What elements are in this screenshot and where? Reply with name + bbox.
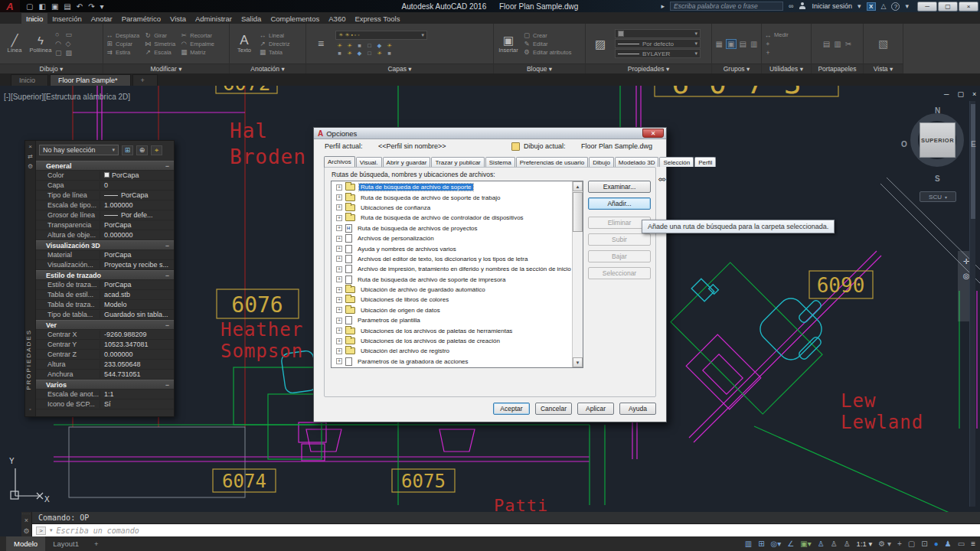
property-row[interactable]: Transparencia PorCapa −: [36, 220, 174, 230]
tree-item[interactable]: + Archivos de personalización: [332, 233, 572, 243]
ribbon-tab[interactable]: Inicio: [21, 13, 47, 24]
options-tab[interactable]: Abrir y guardar: [383, 157, 431, 167]
panel-label-dibujo[interactable]: Dibujo ▾: [0, 64, 103, 73]
help-search-input[interactable]: Escriba palabra clave o frase: [670, 2, 783, 11]
layer-state-icon[interactable]: ☀: [385, 42, 394, 49]
expand-icon[interactable]: +: [336, 348, 342, 354]
tree-item[interactable]: + Ruta de búsqueda de archivo de control…: [332, 213, 572, 223]
insert-block-button[interactable]: ▣ Insertar: [496, 34, 521, 54]
plot-icon[interactable]: ▤: [64, 2, 70, 11]
property-row[interactable]: Tabla de traza.. Modelo −: [36, 300, 174, 310]
tree-item[interactable]: + Ubicaciones de libros de colores: [332, 295, 572, 305]
layer-state-icon[interactable]: ■: [385, 50, 394, 57]
dialog-button[interactable]: Ayuda: [619, 403, 656, 415]
options-tab[interactable]: Sistema: [485, 157, 515, 167]
group-edit-icon[interactable]: ▤: [739, 40, 747, 48]
property-row[interactable]: Visualización... Proyecta y recibe s... …: [36, 260, 174, 270]
open-file-icon[interactable]: ◧: [38, 2, 45, 11]
list-action-button[interactable]: Añadir...: [588, 197, 651, 210]
property-row[interactable]: Escala de anot... 1:1 −: [36, 390, 174, 399]
ungroup-icon[interactable]: ▣: [726, 39, 736, 49]
autocad-logo-icon[interactable]: A: [0, 0, 20, 12]
layer-state-icon[interactable]: □: [365, 50, 374, 57]
tree-item[interactable]: + Ruta de búsqueda de archivo de soporte: [332, 182, 572, 192]
dialog-close-button[interactable]: ✕: [642, 129, 664, 138]
edit-block[interactable]: ✎ Editar: [523, 40, 571, 47]
edit-attributes[interactable]: ⚙ Editar atributos: [523, 48, 571, 56]
dialog-title-bar[interactable]: A Opciones ✕: [314, 128, 666, 139]
text-tool[interactable]: A Texto: [232, 34, 256, 54]
dialog-button[interactable]: Cancelar: [535, 403, 572, 415]
layer-state-icon[interactable]: ☀: [375, 50, 384, 57]
tree-item[interactable]: + Parámetros de la grabadora de acciones: [332, 357, 572, 367]
property-row[interactable]: Capa 0 −: [36, 181, 174, 191]
expand-icon[interactable]: +: [336, 204, 342, 210]
options-tab[interactable]: Visual.: [356, 157, 382, 167]
collapse-icon[interactable]: −: [165, 162, 169, 170]
dialog-button[interactable]: Aplicar: [577, 403, 614, 415]
customization-menu-icon[interactable]: ≡: [971, 536, 975, 551]
file-tab[interactable]: +: [132, 74, 158, 86]
arc-tool-icon[interactable]: ◠: [55, 40, 62, 47]
help-caret-icon[interactable]: ▾: [905, 2, 909, 10]
property-row[interactable]: Altura de obje... 0.000000 −: [36, 230, 174, 240]
viewcube-scu-menu[interactable]: SCU ▾: [920, 191, 956, 202]
palette-settings-icon[interactable]: ⚙: [28, 163, 33, 170]
search-binoculars-icon[interactable]: ∞: [789, 2, 793, 10]
fillet-tool[interactable]: ◠ Empalme: [180, 40, 214, 47]
compass-north[interactable]: N: [935, 106, 940, 115]
property-row[interactable]: Visualización 3D −: [36, 240, 174, 250]
property-row[interactable]: Tipo de tabla... Guardado sin tabla... −: [36, 310, 174, 320]
array-tool[interactable]: ▦ Matriz: [180, 48, 214, 56]
property-row[interactable]: Color PorCapa −: [36, 171, 174, 181]
quick-calc-tool[interactable]: +: [764, 49, 774, 57]
rotate-tool[interactable]: ↻ Girar: [144, 31, 175, 39]
move-tool[interactable]: ↔ Desplaza: [106, 31, 139, 39]
viewcube-top-face[interactable]: SUPERIOR: [920, 122, 956, 158]
expand-icon[interactable]: +: [336, 266, 342, 272]
property-row[interactable]: Centrar Y 10523.347081 −: [36, 340, 174, 350]
tree-item[interactable]: + Archivo de impresión, tratamiento en d…: [332, 264, 572, 274]
annotation-visibility-icon[interactable]: ♙: [818, 536, 825, 551]
tree-item[interactable]: + Parámetros de plantilla: [332, 315, 572, 325]
layer-properties-button[interactable]: ≡: [309, 37, 333, 51]
expand-icon[interactable]: +: [336, 318, 342, 324]
dimension-tool[interactable]: ↔ Lineal: [259, 31, 290, 39]
property-row[interactable]: Icono de SCP... Sí −: [36, 399, 174, 409]
stretch-tool[interactable]: ⇉ Estira: [106, 48, 139, 56]
circle-tool-icon[interactable]: ○: [55, 31, 62, 38]
qat-menu-icon[interactable]: ▾: [100, 2, 104, 11]
layout-tab[interactable]: Modelo: [6, 536, 45, 551]
quick-select-icon[interactable]: ⌖: [151, 145, 162, 155]
layout-tab[interactable]: Layout1: [45, 536, 87, 551]
layer-state-icon[interactable]: ☀: [345, 50, 354, 57]
tree-item[interactable]: + Ubicación de archivo de guardado autom…: [332, 285, 572, 295]
hatch-tool-icon[interactable]: ▨: [66, 49, 73, 57]
paste-icon[interactable]: ▤: [822, 40, 831, 48]
property-row[interactable]: Varios −: [36, 380, 174, 390]
property-row[interactable]: Ver −: [36, 320, 174, 330]
scroll-up-icon[interactable]: ▲: [573, 181, 583, 191]
hardware-acceleration-icon[interactable]: ●: [934, 536, 939, 551]
options-tab[interactable]: Dibujo: [589, 157, 614, 167]
drawing-close-icon[interactable]: ×: [972, 90, 976, 98]
isolate-objects-icon[interactable]: ▢: [908, 536, 915, 551]
command-history[interactable]: Comando: OP: [32, 512, 980, 524]
annotation-scale-control[interactable]: 1:1 ▾: [857, 536, 873, 551]
scrollbar-thumb[interactable]: [573, 192, 583, 232]
palette-close-icon[interactable]: ×: [28, 143, 32, 150]
vertical-scrollbar[interactable]: [969, 101, 975, 507]
table-tool[interactable]: ▦ Tabla: [259, 48, 290, 56]
panel-label-portapapeles[interactable]: Portapapeles: [812, 64, 863, 73]
ribbon-tab[interactable]: Paramétrico: [117, 13, 165, 24]
ribbon-tab[interactable]: Salida: [237, 13, 266, 24]
tree-item[interactable]: + Archivos del editor de texto, los dicc…: [332, 254, 572, 264]
layer-selector-dropdown[interactable]: ☀ ☀ ▪ ▫ ◦ ▾: [335, 31, 427, 40]
line-tool[interactable]: ╱ Línea: [2, 34, 27, 54]
polar-tracking-icon[interactable]: ∠: [787, 536, 794, 551]
ribbon-tab[interactable]: Vista: [165, 13, 191, 24]
annotation-autoscale-icon[interactable]: ♙: [831, 536, 838, 551]
list-action-button[interactable]: Examinar...: [588, 181, 651, 193]
list-action-button[interactable]: Seleccionar: [588, 267, 651, 279]
graphics-performance-icon[interactable]: ⊡: [921, 536, 927, 551]
